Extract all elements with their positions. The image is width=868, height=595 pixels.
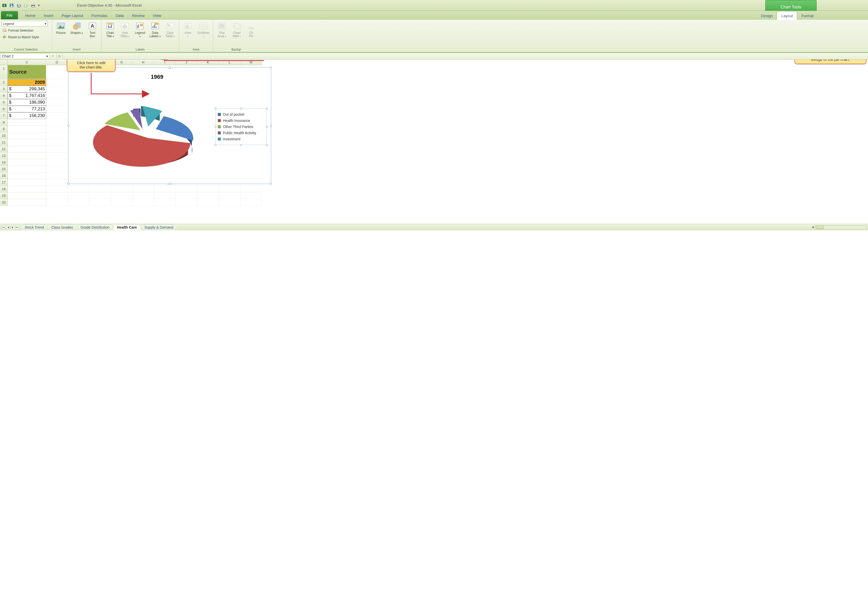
tab-file[interactable]: File	[1, 11, 18, 19]
cell[interactable]	[8, 172, 46, 179]
sheet-tab[interactable]: Supply & Demand	[140, 224, 177, 230]
tab-insert[interactable]: Insert	[40, 11, 58, 19]
row-header[interactable]: 5	[0, 99, 8, 106]
qat-customize-icon[interactable]: ▾	[37, 2, 41, 9]
tab-review[interactable]: Review	[128, 11, 149, 19]
tab-layout[interactable]: Layout	[777, 11, 797, 20]
scrollbar-thumb[interactable]	[816, 226, 824, 229]
column-headers[interactable]: CDEFGHIJKLM	[8, 59, 262, 65]
data-labels-button[interactable]: Data Labels ▾	[148, 20, 162, 39]
cell[interactable]	[197, 199, 219, 206]
cell[interactable]	[89, 199, 111, 206]
cell[interactable]	[46, 146, 68, 152]
cell[interactable]	[154, 199, 176, 206]
cell[interactable]	[219, 199, 241, 206]
cell[interactable]	[46, 79, 68, 86]
cell[interactable]	[68, 186, 89, 193]
cell[interactable]	[219, 193, 241, 199]
row-header[interactable]: 2	[0, 79, 8, 86]
cell[interactable]	[111, 199, 133, 206]
cell[interactable]	[8, 166, 46, 172]
cell[interactable]	[111, 186, 133, 193]
cell[interactable]	[176, 186, 197, 193]
cell[interactable]	[46, 126, 68, 133]
cell[interactable]	[8, 119, 46, 126]
column-header[interactable]: L	[219, 59, 241, 65]
cell[interactable]	[68, 193, 89, 199]
row-header[interactable]: 13	[0, 152, 8, 159]
cell[interactable]	[8, 126, 46, 133]
select-all-button[interactable]	[0, 59, 8, 65]
cell[interactable]	[68, 199, 89, 206]
cell[interactable]	[8, 159, 46, 166]
row-header[interactable]: 4	[0, 92, 8, 99]
row-header[interactable]: 11	[0, 139, 8, 146]
cell[interactable]: $186,090	[8, 99, 46, 106]
row-header[interactable]: 19	[0, 193, 8, 199]
legend-item[interactable]: Health Insurance	[217, 118, 265, 124]
cell[interactable]: $1,767,416	[8, 92, 46, 99]
column-header[interactable]: I	[154, 59, 176, 65]
legend-item[interactable]: Public Health Activity	[217, 130, 265, 136]
tab-view[interactable]: View	[149, 11, 165, 19]
cell[interactable]	[46, 106, 68, 112]
pie-chart-plot[interactable]	[74, 83, 213, 175]
cell[interactable]	[46, 112, 68, 119]
row-header[interactable]: 17	[0, 179, 8, 186]
column-header[interactable]: K	[197, 59, 219, 65]
cell[interactable]	[133, 193, 154, 199]
cell[interactable]	[46, 166, 68, 172]
sheet-nav-prev-icon[interactable]: ◀	[6, 225, 10, 230]
cell[interactable]	[89, 186, 111, 193]
sheet-nav-last-icon[interactable]: ⏭	[15, 225, 19, 230]
cell[interactable]	[219, 186, 241, 193]
shapes-button[interactable]: Shapes ▾	[69, 20, 85, 35]
row-header[interactable]: 6	[0, 106, 8, 112]
column-header[interactable]: M	[241, 59, 262, 65]
sheet-tab[interactable]: Stock Trend	[21, 224, 48, 230]
column-header[interactable]: H	[133, 59, 154, 65]
cell[interactable]	[154, 186, 176, 193]
cell[interactable]	[46, 159, 68, 166]
tab-home[interactable]: Home	[21, 11, 40, 19]
cell[interactable]	[46, 65, 68, 79]
legend-item[interactable]: Investment	[217, 136, 265, 142]
legend-item[interactable]: Other Third Parties	[217, 124, 265, 130]
save-icon[interactable]	[8, 2, 15, 9]
cell[interactable]	[8, 152, 46, 159]
cell[interactable]	[8, 199, 46, 206]
cell[interactable]	[8, 133, 46, 139]
cell[interactable]	[89, 193, 111, 199]
print-icon[interactable]	[30, 2, 37, 9]
tab-formulas[interactable]: Formulas	[87, 11, 112, 19]
column-header[interactable]: J	[176, 59, 197, 65]
cell[interactable]	[197, 193, 219, 199]
legend-button[interactable]: Legend▾	[133, 20, 147, 39]
redo-icon[interactable]	[23, 2, 29, 9]
cell[interactable]	[46, 99, 68, 106]
row-header[interactable]: 1	[0, 65, 8, 79]
row-header[interactable]: 12	[0, 146, 8, 152]
cell[interactable]	[46, 199, 68, 206]
row-header[interactable]: 20	[0, 199, 8, 206]
row-header[interactable]: 7	[0, 112, 8, 119]
cell[interactable]	[46, 193, 68, 199]
text-box-button[interactable]: A Text Box	[85, 20, 100, 39]
column-header[interactable]: D	[46, 59, 68, 65]
tab-page-layout[interactable]: Page Layout	[58, 11, 87, 19]
cell[interactable]: $156,230	[8, 112, 46, 119]
horizontal-scrollbar[interactable]: ◀	[815, 225, 867, 230]
sheet-tab[interactable]: Class Grades	[47, 224, 77, 230]
sheet-tab[interactable]: Health Care	[113, 224, 141, 230]
chart-element-selector[interactable]: Legend ▾	[1, 21, 48, 27]
chart-title-button[interactable]: Chart Title ▾	[103, 20, 117, 39]
cell[interactable]	[154, 193, 176, 199]
row-header[interactable]: 8	[0, 119, 8, 126]
undo-icon[interactable]	[15, 2, 22, 9]
row-header[interactable]: 14	[0, 159, 8, 166]
cell[interactable]	[133, 199, 154, 206]
format-selection-button[interactable]: Format Selection	[1, 28, 50, 33]
column-header[interactable]: C	[8, 59, 46, 65]
cell[interactable]	[241, 199, 262, 206]
cell[interactable]	[46, 119, 68, 126]
